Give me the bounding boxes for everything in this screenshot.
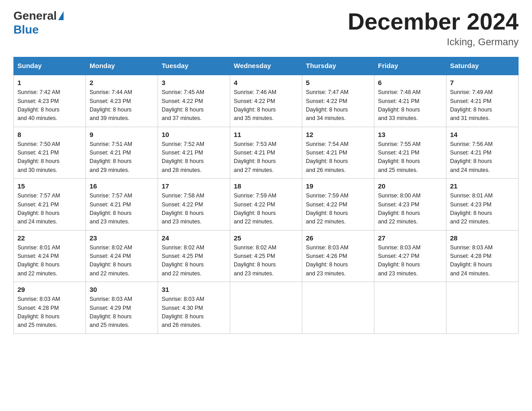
day-number: 9 xyxy=(90,131,154,138)
day-cell: 22Sunrise: 8:01 AMSunset: 4:24 PMDayligh… xyxy=(14,230,86,282)
day-info: Sunrise: 7:57 AMSunset: 4:21 PMDaylight:… xyxy=(90,192,154,227)
day-number: 7 xyxy=(450,79,515,86)
day-info: Sunrise: 7:48 AMSunset: 4:21 PMDaylight:… xyxy=(378,88,442,123)
day-cell: 19Sunrise: 7:59 AMSunset: 4:22 PMDayligh… xyxy=(302,179,374,231)
day-info: Sunrise: 7:49 AMSunset: 4:21 PMDaylight:… xyxy=(450,88,515,123)
logo: General Blue xyxy=(13,9,64,37)
day-number: 29 xyxy=(17,286,82,293)
day-info: Sunrise: 8:02 AMSunset: 4:24 PMDaylight:… xyxy=(90,244,154,278)
day-info: Sunrise: 7:46 AMSunset: 4:22 PMDaylight:… xyxy=(234,88,298,123)
day-number: 5 xyxy=(306,79,370,86)
day-cell: 28Sunrise: 8:03 AMSunset: 4:28 PMDayligh… xyxy=(446,230,519,282)
day-number: 22 xyxy=(17,234,82,242)
day-number: 30 xyxy=(90,286,154,293)
day-info: Sunrise: 7:51 AMSunset: 4:21 PMDaylight:… xyxy=(90,140,154,175)
day-number: 1 xyxy=(17,79,82,86)
day-info: Sunrise: 8:03 AMSunset: 4:29 PMDaylight:… xyxy=(90,295,154,330)
day-info: Sunrise: 7:58 AMSunset: 4:22 PMDaylight:… xyxy=(162,192,226,227)
day-number: 4 xyxy=(234,79,298,86)
day-cell: 1Sunrise: 7:42 AMSunset: 4:23 PMDaylight… xyxy=(14,75,86,127)
day-number: 12 xyxy=(306,131,370,138)
day-info: Sunrise: 8:00 AMSunset: 4:23 PMDaylight:… xyxy=(378,192,442,227)
day-number: 10 xyxy=(162,131,226,138)
week-row-2: 8Sunrise: 7:50 AMSunset: 4:21 PMDaylight… xyxy=(14,127,519,179)
day-info: Sunrise: 7:47 AMSunset: 4:22 PMDaylight:… xyxy=(306,88,370,123)
day-info: Sunrise: 7:52 AMSunset: 4:21 PMDaylight:… xyxy=(162,140,226,175)
day-cell: 21Sunrise: 8:01 AMSunset: 4:23 PMDayligh… xyxy=(446,179,519,231)
header-friday: Friday xyxy=(374,57,446,75)
calendar-table: SundayMondayTuesdayWednesdayThursdayFrid… xyxy=(13,57,519,334)
logo-general-text: General xyxy=(13,9,57,23)
day-number: 24 xyxy=(162,234,226,242)
month-year-title: December 2024 xyxy=(348,9,519,34)
day-cell: 12Sunrise: 7:54 AMSunset: 4:21 PMDayligh… xyxy=(302,127,374,179)
day-info: Sunrise: 7:59 AMSunset: 4:22 PMDaylight:… xyxy=(306,192,370,227)
day-number: 23 xyxy=(90,234,154,242)
day-cell xyxy=(302,282,374,334)
day-info: Sunrise: 8:01 AMSunset: 4:24 PMDaylight:… xyxy=(17,244,82,278)
header-wednesday: Wednesday xyxy=(230,57,302,75)
day-info: Sunrise: 7:45 AMSunset: 4:22 PMDaylight:… xyxy=(162,88,226,123)
header-sunday: Sunday xyxy=(14,57,86,75)
logo-triangle-icon xyxy=(58,11,64,20)
day-cell: 6Sunrise: 7:48 AMSunset: 4:21 PMDaylight… xyxy=(374,75,446,127)
header-row: SundayMondayTuesdayWednesdayThursdayFrid… xyxy=(14,57,519,75)
day-cell: 18Sunrise: 7:59 AMSunset: 4:22 PMDayligh… xyxy=(230,179,302,231)
day-info: Sunrise: 7:53 AMSunset: 4:21 PMDaylight:… xyxy=(234,140,298,175)
day-cell: 11Sunrise: 7:53 AMSunset: 4:21 PMDayligh… xyxy=(230,127,302,179)
week-row-1: 1Sunrise: 7:42 AMSunset: 4:23 PMDaylight… xyxy=(14,75,519,127)
day-number: 14 xyxy=(450,131,515,138)
day-info: Sunrise: 7:55 AMSunset: 4:21 PMDaylight:… xyxy=(378,140,442,175)
day-number: 16 xyxy=(90,182,154,190)
day-cell xyxy=(230,282,302,334)
day-cell: 16Sunrise: 7:57 AMSunset: 4:21 PMDayligh… xyxy=(86,179,158,231)
header-monday: Monday xyxy=(86,57,158,75)
day-cell: 31Sunrise: 8:03 AMSunset: 4:30 PMDayligh… xyxy=(158,282,230,334)
day-cell: 29Sunrise: 8:03 AMSunset: 4:28 PMDayligh… xyxy=(14,282,86,334)
day-number: 20 xyxy=(378,182,442,190)
location-text: Icking, Germany xyxy=(348,36,519,48)
day-number: 28 xyxy=(450,234,515,242)
day-cell: 9Sunrise: 7:51 AMSunset: 4:21 PMDaylight… xyxy=(86,127,158,179)
day-number: 21 xyxy=(450,182,515,190)
day-cell: 5Sunrise: 7:47 AMSunset: 4:22 PMDaylight… xyxy=(302,75,374,127)
day-info: Sunrise: 7:59 AMSunset: 4:22 PMDaylight:… xyxy=(234,192,298,227)
day-info: Sunrise: 8:01 AMSunset: 4:23 PMDaylight:… xyxy=(450,192,515,227)
day-info: Sunrise: 7:50 AMSunset: 4:21 PMDaylight:… xyxy=(17,140,82,175)
day-cell: 15Sunrise: 7:57 AMSunset: 4:21 PMDayligh… xyxy=(14,179,86,231)
day-info: Sunrise: 7:56 AMSunset: 4:21 PMDaylight:… xyxy=(450,140,515,175)
day-cell: 8Sunrise: 7:50 AMSunset: 4:21 PMDaylight… xyxy=(14,127,86,179)
day-number: 25 xyxy=(234,234,298,242)
day-info: Sunrise: 8:03 AMSunset: 4:27 PMDaylight:… xyxy=(378,244,442,278)
week-row-3: 15Sunrise: 7:57 AMSunset: 4:21 PMDayligh… xyxy=(14,179,519,231)
day-cell: 14Sunrise: 7:56 AMSunset: 4:21 PMDayligh… xyxy=(446,127,519,179)
day-cell xyxy=(374,282,446,334)
day-cell: 30Sunrise: 8:03 AMSunset: 4:29 PMDayligh… xyxy=(86,282,158,334)
day-cell: 24Sunrise: 8:02 AMSunset: 4:25 PMDayligh… xyxy=(158,230,230,282)
day-cell: 27Sunrise: 8:03 AMSunset: 4:27 PMDayligh… xyxy=(374,230,446,282)
day-info: Sunrise: 8:03 AMSunset: 4:28 PMDaylight:… xyxy=(450,244,515,278)
day-cell: 26Sunrise: 8:03 AMSunset: 4:26 PMDayligh… xyxy=(302,230,374,282)
day-number: 8 xyxy=(17,131,82,138)
day-info: Sunrise: 8:02 AMSunset: 4:25 PMDaylight:… xyxy=(234,244,298,278)
day-number: 15 xyxy=(17,182,82,190)
day-cell: 7Sunrise: 7:49 AMSunset: 4:21 PMDaylight… xyxy=(446,75,519,127)
day-cell: 2Sunrise: 7:44 AMSunset: 4:23 PMDaylight… xyxy=(86,75,158,127)
day-cell xyxy=(446,282,519,334)
day-info: Sunrise: 7:57 AMSunset: 4:21 PMDaylight:… xyxy=(17,192,82,227)
day-cell: 20Sunrise: 8:00 AMSunset: 4:23 PMDayligh… xyxy=(374,179,446,231)
day-info: Sunrise: 8:02 AMSunset: 4:25 PMDaylight:… xyxy=(162,244,226,278)
day-number: 31 xyxy=(162,286,226,293)
header-thursday: Thursday xyxy=(302,57,374,75)
logo-blue-text: Blue xyxy=(13,23,39,37)
day-cell: 10Sunrise: 7:52 AMSunset: 4:21 PMDayligh… xyxy=(158,127,230,179)
day-number: 27 xyxy=(378,234,442,242)
day-number: 2 xyxy=(90,79,154,86)
day-cell: 25Sunrise: 8:02 AMSunset: 4:25 PMDayligh… xyxy=(230,230,302,282)
day-cell: 3Sunrise: 7:45 AMSunset: 4:22 PMDaylight… xyxy=(158,75,230,127)
page-header: General Blue December 2024 Icking, Germa… xyxy=(13,9,519,48)
day-cell: 17Sunrise: 7:58 AMSunset: 4:22 PMDayligh… xyxy=(158,179,230,231)
day-number: 18 xyxy=(234,182,298,190)
week-row-5: 29Sunrise: 8:03 AMSunset: 4:28 PMDayligh… xyxy=(14,282,519,334)
day-info: Sunrise: 7:42 AMSunset: 4:23 PMDaylight:… xyxy=(17,88,82,123)
